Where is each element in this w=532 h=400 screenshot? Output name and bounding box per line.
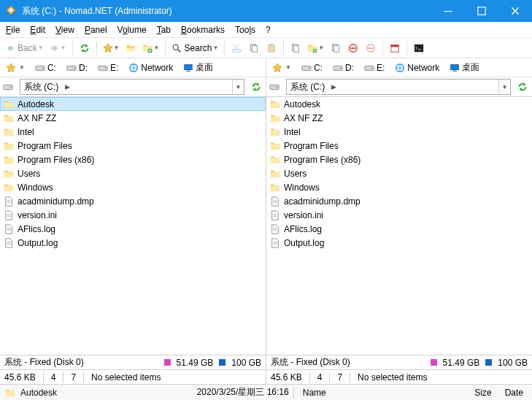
menu-panel[interactable]: Panel (85, 25, 107, 35)
col-name[interactable]: Name (298, 388, 331, 398)
chevron-right-icon[interactable]: ▶ (62, 80, 72, 94)
drive-D[interactable]: D: (63, 62, 90, 74)
chevron-right-icon[interactable]: ▶ (328, 80, 339, 94)
file-icon (3, 237, 15, 249)
file-row[interactable]: AX NF ZZ (0, 111, 266, 125)
terminal-button[interactable] (411, 40, 427, 56)
right-drive-bar: ▼C:D:E:Network桌面 (266, 58, 532, 77)
menu-help[interactable]: ? (266, 25, 271, 35)
file-row[interactable]: version.ini (266, 208, 532, 222)
file-row[interactable]: Program Files (266, 139, 532, 153)
right-breadcrumb[interactable]: 系统 (C:) ▶ ▼ (286, 79, 511, 95)
menu-tab[interactable]: Tab (157, 25, 171, 35)
forward-button[interactable]: ▼ (47, 40, 69, 56)
menu-edit[interactable]: Edit (30, 25, 45, 35)
breadcrumb-root[interactable]: 系统 (C:) (20, 80, 62, 94)
breadcrumb-root[interactable]: 系统 (C:) (287, 80, 328, 94)
file-row[interactable]: Program Files (x86) (0, 153, 266, 166)
back-button[interactable]: Back▼ (3, 40, 46, 56)
menu-bookmarks[interactable]: Bookmarks (181, 25, 225, 35)
path-refresh-button[interactable] (514, 79, 531, 95)
file-icon (3, 209, 15, 221)
cut-button[interactable] (228, 40, 244, 56)
folder-add-button[interactable]: ▼ (305, 40, 326, 56)
file-row[interactable]: Intel (0, 125, 266, 139)
path-hdd-icon[interactable] (0, 79, 16, 95)
drive-Network[interactable]: Network (392, 62, 442, 74)
calendar-button[interactable] (387, 40, 403, 56)
favorites-drive[interactable]: ▼ (3, 62, 28, 74)
copy-button[interactable] (246, 40, 262, 56)
menu-bar: File Edit View Panel Volume Tab Bookmark… (0, 22, 532, 38)
file-name: Output.log (284, 238, 324, 248)
folder-icon (3, 168, 15, 180)
menu-file[interactable]: File (6, 25, 20, 35)
menu-volume[interactable]: Volume (117, 25, 147, 35)
file-name: Program Files (x86) (284, 155, 361, 165)
drive-C[interactable]: C: (298, 62, 325, 74)
new-folder-button[interactable]: ▼ (140, 40, 161, 56)
drive-D[interactable]: D: (330, 62, 357, 74)
delete-button[interactable] (345, 40, 361, 56)
drive-E[interactable]: E: (361, 62, 388, 74)
file-row[interactable]: acadminidump.dmp (0, 194, 266, 208)
file-row[interactable]: AFlics.log (266, 222, 532, 236)
status-name: Autodesk (20, 388, 57, 398)
file-row[interactable]: Output.log (0, 236, 266, 250)
file-row[interactable]: version.ini (0, 208, 266, 222)
file-row[interactable]: Program Files (0, 139, 266, 153)
file-name: AX NF ZZ (284, 113, 323, 123)
favorites-drive[interactable]: ▼ (269, 62, 294, 74)
open-folder-button[interactable] (123, 40, 139, 56)
file-row[interactable]: Users (0, 166, 266, 180)
path-hdd-icon[interactable] (266, 79, 282, 95)
col-date[interactable]: Date (501, 388, 528, 398)
copy3-button[interactable] (328, 40, 344, 56)
drive-E[interactable]: E: (95, 62, 121, 74)
file-row[interactable]: AX NF ZZ (266, 111, 532, 125)
breadcrumb-dropdown[interactable]: ▼ (498, 80, 510, 94)
left-path-bar: 系统 (C:) ▶ ▼ (0, 77, 266, 96)
file-row[interactable]: acadminidump.dmp (266, 194, 532, 208)
minimize-button[interactable] (431, 0, 465, 22)
close-button[interactable] (498, 0, 532, 22)
breadcrumb-dropdown[interactable]: ▼ (232, 80, 244, 94)
search-button[interactable]: Search▼ (169, 40, 220, 56)
svg-rect-20 (478, 7, 486, 15)
file-row[interactable]: Autodesk (0, 97, 266, 111)
file-row[interactable]: Program Files (x86) (266, 153, 532, 166)
right-file-list[interactable]: AutodeskAX NF ZZIntelProgram FilesProgra… (266, 97, 532, 355)
left-breadcrumb[interactable]: 系统 (C:) ▶ ▼ (20, 79, 244, 95)
menu-view[interactable]: View (55, 25, 74, 35)
file-name: Program Files (284, 141, 339, 151)
maximize-button[interactable] (465, 0, 498, 22)
drive-C[interactable]: C: (32, 62, 59, 74)
file-row[interactable]: Users (266, 166, 532, 180)
file-row[interactable]: AFlics.log (0, 222, 266, 236)
file-row[interactable]: Windows (266, 180, 532, 194)
delete2-button[interactable] (363, 40, 379, 56)
drive-Network[interactable]: Network (126, 62, 176, 74)
folder-icon (3, 99, 15, 110)
folder-icon (269, 99, 281, 110)
title-bar: 系统 (C:) - Nomad.NET (Administrator) (0, 0, 532, 22)
drive-桌面[interactable]: 桌面 (180, 61, 216, 74)
path-refresh-button[interactable] (248, 79, 264, 95)
paste-button[interactable] (263, 40, 280, 56)
folder-icon (269, 168, 281, 180)
left-file-list[interactable]: AutodeskAX NF ZZIntelProgram FilesProgra… (0, 97, 266, 355)
file-row[interactable]: Autodesk (266, 97, 532, 111)
toolbar: Back▼ ▼ ▼ ▼ Search▼ ▼ (0, 38, 532, 58)
menu-tools[interactable]: Tools (235, 25, 255, 35)
file-row[interactable]: Windows (0, 180, 266, 194)
file-row[interactable]: Output.log (266, 236, 532, 250)
refresh-button[interactable] (77, 40, 93, 56)
drive-桌面[interactable]: 桌面 (447, 61, 482, 74)
favorites-button[interactable]: ▼ (101, 40, 122, 56)
file-row[interactable]: Intel (266, 125, 532, 139)
folder-icon (4, 387, 16, 399)
col-size[interactable]: Size (470, 388, 496, 398)
total-swatch-icon (485, 359, 492, 366)
folder-icon (269, 154, 281, 166)
copy2-button[interactable] (288, 40, 304, 56)
